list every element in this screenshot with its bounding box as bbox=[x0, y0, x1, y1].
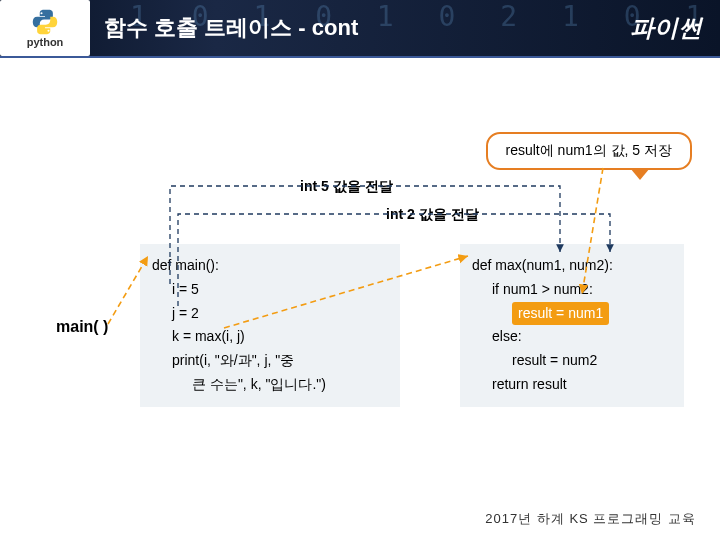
svg-point-1 bbox=[47, 30, 49, 32]
python-icon bbox=[31, 8, 59, 36]
brand-text: 파이썬 bbox=[630, 12, 702, 44]
logo-text: python bbox=[27, 36, 64, 48]
code-line: i = 5 bbox=[152, 278, 388, 302]
python-logo: python bbox=[0, 0, 90, 56]
svg-point-0 bbox=[40, 12, 42, 14]
code-line: def max(num1, num2): bbox=[472, 254, 672, 278]
code-block-main: def main(): i = 5 j = 2 k = max(i, j) pr… bbox=[140, 244, 400, 407]
code-line: result = num2 bbox=[472, 349, 672, 373]
main-call-label: main( ) bbox=[56, 318, 108, 336]
slide-header: 1 0 1 0 1 0 2 1 0 1 0 1 python 함수 호출 트레이… bbox=[0, 0, 720, 56]
code-line: j = 2 bbox=[152, 302, 388, 326]
code-line: def main(): bbox=[152, 254, 388, 278]
result-callout: result에 num1의 값, 5 저장 bbox=[486, 132, 693, 170]
label-int2: int 2 값을 전달 bbox=[386, 206, 479, 224]
code-line: k = max(i, j) bbox=[152, 325, 388, 349]
code-line: 큰 수는", k, "입니다.") bbox=[152, 373, 388, 397]
code-line: else: bbox=[472, 325, 672, 349]
code-line: result = num1 bbox=[472, 302, 672, 326]
code-line: print(i, "와/과", j, "중 bbox=[152, 349, 388, 373]
slide-title: 함수 호출 트레이스 - cont bbox=[104, 13, 358, 43]
footer-text: 2017년 하계 KS 프로그래밍 교육 bbox=[485, 510, 696, 528]
code-block-max: def max(num1, num2): if num1 > num2: res… bbox=[460, 244, 684, 407]
label-int5: int 5 값을 전달 bbox=[300, 178, 393, 196]
highlight-result-assign: result = num1 bbox=[512, 302, 609, 326]
diagram-stage: result에 num1의 값, 5 저장 int 5 값을 전달 int 2 … bbox=[0, 58, 720, 498]
code-line: return result bbox=[472, 373, 672, 397]
code-line: if num1 > num2: bbox=[472, 278, 672, 302]
